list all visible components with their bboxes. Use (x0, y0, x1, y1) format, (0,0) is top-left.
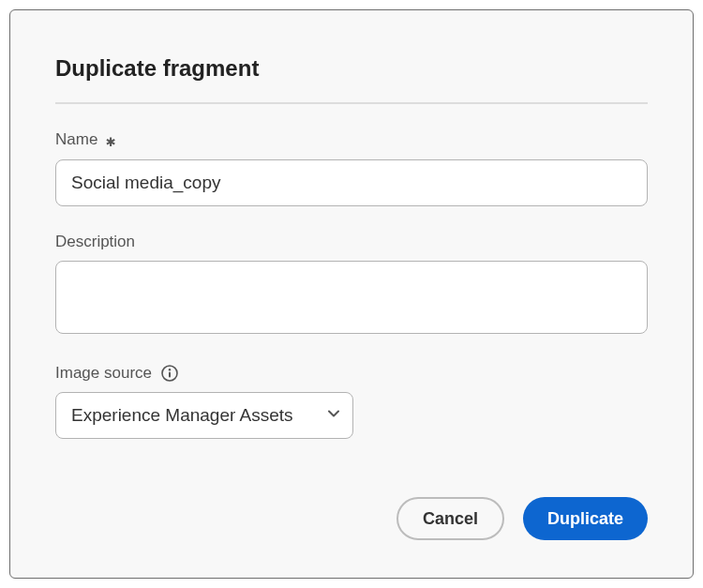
duplicate-button[interactable]: Duplicate (523, 497, 648, 540)
image-source-label: Image source (55, 364, 152, 383)
info-icon[interactable] (161, 365, 178, 382)
image-source-selected: Experience Manager Assets (71, 405, 293, 426)
name-label-text: Name (55, 130, 97, 148)
duplicate-fragment-dialog: Duplicate fragment Name ✱ Description Im… (9, 9, 694, 579)
dialog-title: Duplicate fragment (55, 55, 648, 82)
svg-point-1 (169, 369, 171, 370)
description-field: Description (55, 233, 648, 338)
name-label: Name ✱ (55, 130, 648, 150)
description-label: Description (55, 233, 648, 251)
image-source-select[interactable]: Experience Manager Assets (55, 392, 353, 439)
required-asterisk-icon: ✱ (106, 131, 115, 150)
dialog-actions: Cancel Duplicate (396, 497, 648, 540)
image-source-field: Image source Experience Manager Assets (55, 364, 648, 439)
svg-rect-2 (169, 371, 171, 377)
description-input[interactable] (55, 261, 648, 334)
divider (55, 102, 648, 104)
cancel-button[interactable]: Cancel (396, 497, 504, 540)
name-input[interactable] (55, 159, 648, 206)
name-field: Name ✱ (55, 130, 648, 206)
